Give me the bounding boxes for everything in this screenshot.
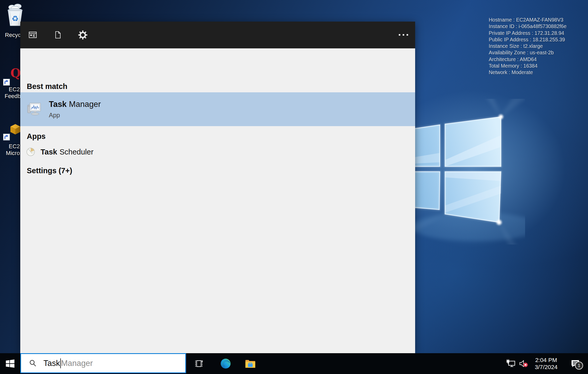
text-caret <box>60 358 61 368</box>
section-label-best-match: Best match <box>27 82 67 91</box>
filter-documents-button[interactable] <box>48 25 68 45</box>
network-icon <box>506 358 517 369</box>
more-options-icon <box>399 34 400 36</box>
shortcut-arrow-icon <box>3 79 10 86</box>
task-scheduler-icon <box>26 147 35 157</box>
result-title: TaskManager <box>49 100 101 109</box>
documents-filter-icon <box>53 30 62 39</box>
start-button[interactable] <box>0 353 20 374</box>
filter-settings-button[interactable] <box>73 25 93 45</box>
result-title-rest: Scheduler <box>60 148 94 156</box>
shortcut-arrow-icon <box>3 134 10 140</box>
filter-apps-button[interactable] <box>23 25 43 45</box>
file-explorer-button[interactable] <box>239 353 262 374</box>
info-public-ip: Public IP Address : 18.218.255.39 <box>489 36 566 43</box>
volume-muted-icon <box>518 358 529 369</box>
result-title-rest: Manager <box>69 100 101 109</box>
info-architecture: Architecture : AMD64 <box>489 56 566 63</box>
windows-desktop: { "colors": { "accent": "#0078d7", "sele… <box>0 0 588 374</box>
search-typed-text: Task <box>43 359 60 368</box>
notification-badge[interactable]: 1 <box>575 362 583 370</box>
result-subtitle: App <box>49 112 101 119</box>
task-view-button[interactable] <box>187 353 210 374</box>
edge-icon <box>220 358 231 369</box>
more-options-button[interactable] <box>394 25 413 45</box>
ec2-feedback-q-icon: Q <box>10 66 21 80</box>
result-title: TaskScheduler <box>41 148 94 156</box>
section-label-settings[interactable]: Settings (7+) <box>27 166 72 175</box>
taskbar-clock[interactable]: 2:04 PM 3/7/2024 <box>530 353 562 374</box>
info-private-ip: Private IP Address : 172.31.28.94 <box>489 30 566 36</box>
more-options-icon <box>407 34 408 36</box>
apps-filter-icon <box>28 30 37 40</box>
recycle-glyph: ♻ <box>12 14 19 23</box>
search-flyout: Best match TaskManager App Apps <box>20 22 415 353</box>
edge-browser-button[interactable] <box>214 353 237 374</box>
info-total-memory: Total Memory : 16384 <box>489 63 566 69</box>
windows-start-icon <box>5 359 15 368</box>
task-view-icon <box>194 358 204 369</box>
search-results: Best match TaskManager App Apps <box>20 48 415 353</box>
settings-filter-icon <box>78 30 88 40</box>
cube-icon <box>10 123 21 135</box>
search-filter-bar <box>20 22 415 48</box>
search-icon <box>29 359 37 367</box>
info-instance-size: Instance Size : t2.xlarge <box>489 43 566 49</box>
taskbar-search-box[interactable]: TaskManager <box>20 353 186 373</box>
info-instance-id: Instance ID : i-065a48f5730882f6e <box>489 23 566 30</box>
clock-time: 2:04 PM <box>535 357 557 364</box>
clock-date: 3/7/2024 <box>535 364 558 371</box>
result-task-manager[interactable]: TaskManager App <box>20 92 415 126</box>
more-options-icon <box>403 34 404 36</box>
info-hostname: Hostname : EC2AMAZ-FAN98V3 <box>489 17 566 23</box>
search-suggestion-text: Manager <box>61 359 93 368</box>
result-title-query: Task <box>49 100 67 109</box>
taskbar: TaskManager <box>0 353 588 374</box>
result-task-scheduler[interactable]: TaskScheduler <box>20 143 415 161</box>
section-label-apps: Apps <box>27 132 46 141</box>
info-az: Availability Zone : us-east-2b <box>489 49 566 56</box>
task-manager-icon <box>26 101 43 118</box>
file-explorer-icon <box>245 358 256 369</box>
instance-info-overlay: Hostname : EC2AMAZ-FAN98V3 Instance ID :… <box>489 17 566 76</box>
result-title-query: Task <box>41 148 57 156</box>
volume-button[interactable] <box>516 353 531 374</box>
info-network: Network : Moderate <box>489 69 566 76</box>
